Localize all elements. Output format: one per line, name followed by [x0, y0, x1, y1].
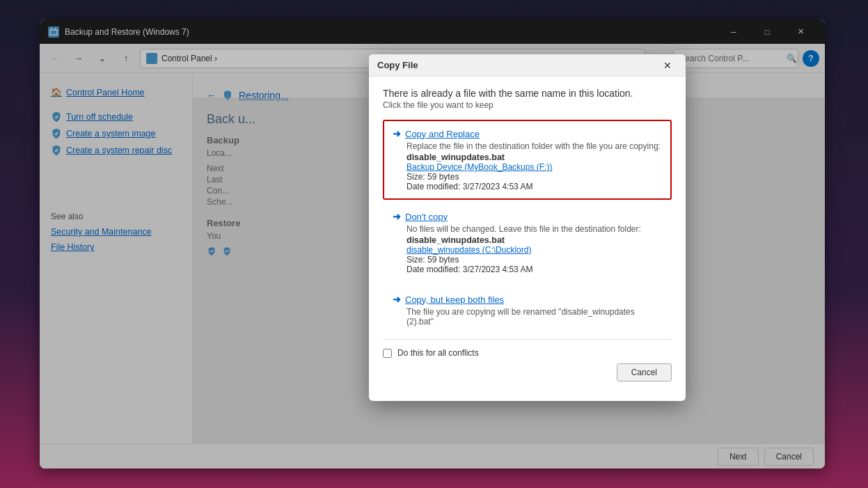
option-dont-copy-date: Date modified: 3/27/2023 4:53 AM — [393, 265, 662, 274]
option-copy-replace[interactable]: ➜ Copy and Replace Replace the file in t… — [383, 120, 672, 200]
option-copy-both-header: ➜ Copy, but keep both files — [393, 294, 662, 305]
option-copy-replace-path: Backup Device (MyBook_Backups (F:)) — [393, 162, 662, 172]
option-copy-both-title: Copy, but keep both files — [405, 294, 504, 305]
dialog-title: Copy File — [377, 60, 658, 70]
option-copy-both[interactable]: ➜ Copy, but keep both files The file you… — [383, 285, 672, 336]
dialog-close-button[interactable]: ✕ — [658, 58, 677, 73]
option-dont-copy-path: disable_winupdates (C:\Ducklord) — [393, 245, 662, 255]
arrow-icon-3: ➜ — [393, 294, 401, 305]
option-copy-replace-header: ➜ Copy and Replace — [393, 128, 662, 139]
option-copy-replace-size: Size: 59 bytes — [393, 172, 662, 182]
copy-file-dialog: Copy File ✕ There is already a file with… — [369, 54, 686, 401]
option-dont-copy-filename: disable_winupdates.bat — [393, 235, 662, 245]
option-dont-copy-desc: No files will be changed. Leave this fil… — [393, 224, 662, 234]
option-copy-replace-desc: Replace the file in the destination fold… — [393, 141, 662, 151]
dialog-footer: Cancel — [383, 363, 672, 390]
option-dont-copy-size: Size: 59 bytes — [393, 255, 662, 265]
dialog-cancel-button[interactable]: Cancel — [617, 363, 672, 381]
option-copy-replace-title: Copy and Replace — [405, 129, 480, 139]
checkbox-row: Do this for all conflicts — [383, 339, 672, 363]
main-window: Backup and Restore (Windows 7) ─ □ ✕ ← →… — [40, 19, 825, 469]
arrow-icon-2: ➜ — [393, 211, 401, 222]
option-dont-copy-header: ➜ Don't copy — [393, 211, 662, 222]
arrow-icon-1: ➜ — [393, 128, 401, 139]
option-copy-replace-filename: disable_winupdates.bat — [393, 152, 662, 162]
option-dont-copy-title: Don't copy — [405, 212, 448, 222]
all-conflicts-checkbox[interactable] — [383, 349, 392, 358]
option-dont-copy[interactable]: ➜ Don't copy No files will be changed. L… — [383, 203, 672, 283]
dialog-title-bar: Copy File ✕ — [369, 54, 686, 77]
dialog-body: There is already a file with the same na… — [369, 77, 686, 401]
dialog-subtext: Click the file you want to keep — [383, 100, 672, 110]
option-copy-both-desc: The file you are copying will be renamed… — [393, 307, 662, 326]
option-copy-replace-date: Date modified: 3/27/2023 4:53 AM — [393, 182, 662, 191]
checkbox-label: Do this for all conflicts — [397, 348, 479, 358]
dialog-header: There is already a file with the same na… — [383, 88, 672, 99]
